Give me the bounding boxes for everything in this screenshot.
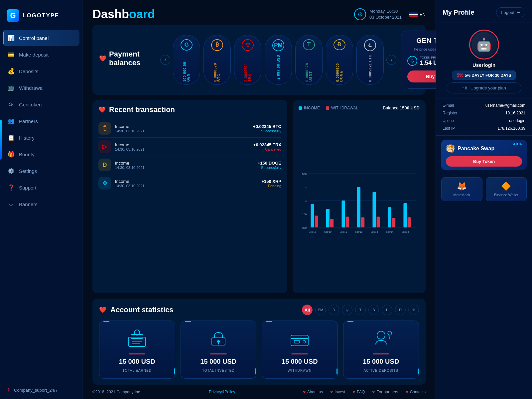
stat-label-2: WITHDRAWN bbox=[288, 369, 312, 372]
transaction-item-1: ▷ Income 14:30, 03.10.2021 +0.02345 TRX … bbox=[98, 138, 281, 156]
sidebar-footer: ✈ Company_suport_24/7 bbox=[0, 381, 82, 399]
main-footer: ©2016–2021 Company Inc. Privacy&Policy ❤… bbox=[82, 385, 436, 399]
balance-prev-btn[interactable]: ‹ bbox=[160, 55, 170, 65]
info-row-email: E-mail username@gmail.com bbox=[443, 103, 525, 108]
pancake-swap-section: SOON 🥞 Pancake Swap Buy Token bbox=[441, 140, 527, 170]
pancake-buy-btn[interactable]: Buy Token bbox=[446, 156, 522, 167]
filter-btn-▽[interactable]: ▽ bbox=[342, 305, 352, 315]
stat-icon-2 bbox=[286, 327, 313, 350]
tx-type-2: Income bbox=[115, 161, 254, 166]
sidebar-item-partners[interactable]: 👥 Partners bbox=[3, 113, 79, 129]
svg-rect-22 bbox=[403, 203, 407, 227]
payment-section-header: ❤️ Payment balances bbox=[99, 50, 156, 67]
balance-card-amount-4: 0.0000678 USDT bbox=[305, 54, 313, 81]
svg-rect-41 bbox=[294, 340, 300, 343]
tx-date-0: 14:30, 03.10.2021 bbox=[115, 129, 249, 133]
balance-card-icon-4: T bbox=[303, 39, 315, 51]
upgrade-plan-btn[interactable]: ↑⬆ Upgrade your plan bbox=[447, 82, 521, 93]
stats-icon: ❤️ bbox=[99, 306, 106, 314]
balance-card-icon-6: Ł bbox=[364, 39, 376, 51]
stat-label-0: TOTAL EARNED bbox=[123, 369, 152, 372]
income-dot bbox=[299, 106, 302, 110]
tx-date-2: 14:30, 03.10.2021 bbox=[115, 166, 254, 170]
sidebar-item-banners[interactable]: 🛡 Banners bbox=[3, 196, 79, 212]
svg-text:Sep'10: Sep'10 bbox=[324, 231, 332, 233]
tx-amount-col-0: +0.02345 BTC Successfully bbox=[253, 124, 281, 133]
balance-card-4: T 0.0000678 USDT bbox=[295, 35, 323, 85]
main-content-area: Dashboard ⊙ Monday, 16:30 03 October 202… bbox=[82, 0, 436, 399]
sidebar-item-bounty[interactable]: 🎁 Bounty bbox=[3, 146, 79, 162]
sidebar-item-withdrawal[interactable]: 📺 Withdrawal bbox=[3, 80, 79, 96]
sidebar-item-control-panel[interactable]: 📊 Control panel bbox=[3, 30, 79, 46]
filter-btn-D[interactable]: D bbox=[329, 305, 339, 315]
info-row-upline: Upline userlogin bbox=[443, 118, 525, 123]
withdrawal-icon: 📺 bbox=[7, 84, 15, 91]
upgrade-icon: ↑⬆ bbox=[462, 85, 468, 90]
gen-token-title: GEN TOKEN bbox=[416, 37, 436, 45]
filter-btn-Ł[interactable]: Ł bbox=[382, 305, 392, 315]
register-label: Register bbox=[443, 111, 458, 115]
footer-link-0[interactable]: ❤About us bbox=[303, 390, 323, 394]
tx-status-1: Cancelled bbox=[253, 147, 281, 151]
stat-icon-0 bbox=[124, 327, 150, 350]
filter-btn-B[interactable]: B bbox=[368, 305, 379, 315]
balance-next-btn[interactable]: › bbox=[386, 55, 396, 65]
payment-section-icon: ❤️ bbox=[99, 55, 106, 62]
stat-divider-1 bbox=[210, 353, 227, 354]
svg-rect-19 bbox=[377, 217, 380, 227]
filter-btn-All[interactable]: All bbox=[302, 305, 313, 315]
chart-balance: Balance 1500 USD bbox=[383, 105, 420, 110]
tx-info-2: Income 14:30, 03.10.2021 bbox=[115, 161, 254, 170]
binance-wallet-icon: 🔶 bbox=[501, 182, 511, 191]
tx-amount-col-3: +150 XRP Pending bbox=[261, 179, 281, 188]
upline-value: userlogin bbox=[509, 118, 525, 123]
sidebar-item-history[interactable]: 📋 History bbox=[3, 130, 79, 146]
filter-btn-✤[interactable]: ✤ bbox=[408, 305, 419, 315]
register-value: 10.16.2021 bbox=[505, 111, 525, 115]
flag-icon bbox=[409, 12, 418, 17]
balance-card-amount-5: 0.0000600 DOGE bbox=[336, 54, 343, 82]
footer-link-1[interactable]: ❤Invest bbox=[330, 390, 345, 394]
svg-point-42 bbox=[303, 340, 306, 343]
balance-card-0: G 100 000.00 GEN bbox=[173, 35, 200, 85]
footer-link-3[interactable]: ❤For partners bbox=[372, 390, 398, 394]
sidebar-item-make-deposit[interactable]: 💳 Make deposit bbox=[3, 47, 79, 63]
footer-link-4[interactable]: ❤Contacts bbox=[406, 390, 426, 394]
svg-rect-21 bbox=[392, 218, 395, 227]
sidebar-item-genitoken[interactable]: ⟳ Genitoken bbox=[3, 96, 79, 112]
right-panel: My Profile Logout ↪ 🤖 Userlogin 5% 5% DA… bbox=[436, 0, 532, 399]
stat-card-0: 15 000 USD TOTAL EARNED bbox=[99, 321, 175, 379]
sidebar-item-support[interactable]: ❓ Support bbox=[3, 180, 79, 196]
wallet-btn-metamask[interactable]: 🦊 MetaMask bbox=[441, 177, 482, 201]
svg-text:4: 4 bbox=[305, 200, 307, 202]
wallet-btn-binance-wallet[interactable]: 🔶 Binance Wallet bbox=[486, 177, 527, 201]
footer-link-2[interactable]: ❤FAQ bbox=[352, 390, 365, 394]
sidebar-item-settings[interactable]: ⚙️ Settings bbox=[3, 163, 79, 179]
language-selector[interactable]: EN bbox=[409, 12, 426, 17]
datetime-block: ⊙ Monday, 16:30 03 October 2021 bbox=[354, 8, 402, 20]
nav-item-label: Genitoken bbox=[19, 102, 42, 107]
token-price-value: 1.54 USD bbox=[420, 60, 436, 66]
logo-icon: G bbox=[7, 9, 19, 22]
profile-info: E-mail username@gmail.com Register 10.16… bbox=[436, 98, 532, 136]
stats-header: ❤️ Account statistics AllPMD▽TBŁĐ✤ bbox=[99, 305, 419, 315]
tx-amount-0: +0.02345 BTC bbox=[253, 124, 281, 129]
gen-token-buy-btn[interactable]: Buy Token bbox=[407, 70, 436, 82]
stat-card-2: 15 000 USD WITHDRAWN bbox=[262, 321, 338, 379]
filter-btn-PM[interactable]: PM bbox=[315, 305, 326, 315]
svg-rect-10 bbox=[311, 204, 314, 227]
filter-btn-Đ[interactable]: Đ bbox=[395, 305, 406, 315]
email-label: E-mail bbox=[443, 103, 454, 108]
balance-card-2: ▽ 0.0000321 TRX bbox=[234, 35, 261, 85]
footer-privacy[interactable]: Privacy&Policy bbox=[209, 390, 235, 394]
balance-card-icon-1: ₿ bbox=[211, 39, 223, 51]
logout-btn[interactable]: Logout ↪ bbox=[496, 7, 525, 17]
filter-btn-T[interactable]: T bbox=[355, 305, 366, 315]
svg-rect-13 bbox=[330, 219, 333, 227]
balance-cards: G 100 000.00 GEN₿ 0.0000678 BTC▽ 0.00003… bbox=[173, 35, 384, 85]
my-profile-title: My Profile bbox=[443, 9, 474, 16]
avatar-ring: 🤖 bbox=[469, 30, 499, 60]
sidebar-item-deposits[interactable]: 💰 Deposits bbox=[3, 63, 79, 79]
tx-amount-col-2: +150 DOGE Successfully bbox=[258, 161, 281, 170]
datetime-time: Monday, 16:30 bbox=[369, 8, 402, 14]
